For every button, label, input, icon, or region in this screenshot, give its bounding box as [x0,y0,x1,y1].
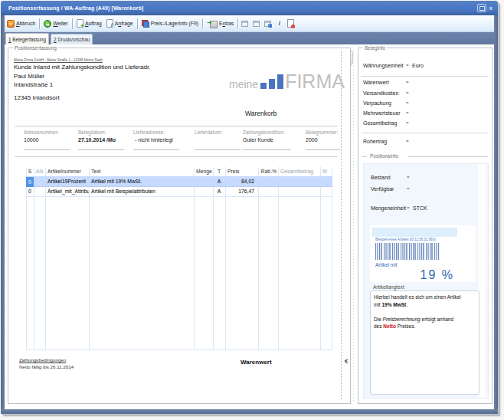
positionsinfo-group-label: Positionsinfo [368,153,400,159]
field-value-adressnummer[interactable]: 10000 [24,137,38,143]
positionsinfo-panel: Bestand= Verfügbar= Mengeneinheit=STCK B… [363,163,489,399]
field-label-lieferdatum: Lieferdatum: [195,130,222,135]
edit-window-button[interactable] [263,18,273,28]
beleginfo-group-label: Beleginfo [363,45,387,51]
recipient-city: 12345 Inlandsort [14,94,60,101]
new-document-icon [287,19,294,28]
inquiry-icon [106,19,113,28]
beleginfo-row: Gesamtbetrag= [363,120,487,127]
window-tool-button-1[interactable] [240,18,250,28]
table-row[interactable]: 0 Artikel19Prozent Artikel mit 19% MwSt.… [26,177,332,187]
restore-icon[interactable] [477,4,486,12]
beleginfo-row: Warenwert= [363,80,487,87]
article-image-preview: Beispiel eines Artikels 00:12:56:31:98.8… [370,225,476,282]
barcode-header-strip [372,228,457,237]
next-icon: ➜ [44,20,51,28]
divider [15,126,338,126]
window-icon [241,21,248,27]
beleginfo-row: Mehrwertsteuer= [363,110,487,117]
window-frame-bottom [1,409,498,414]
field-underline [306,149,340,150]
field-underline [133,149,179,150]
new-doc-button[interactable] [286,18,296,28]
positionsinfo-row: Mengeneinheit=STCK [371,205,477,212]
page-edge-dotted-line [341,51,342,400]
beleginfo-row: Rohertrag= [363,139,487,146]
preis-lagerinfo-button[interactable]: Preis-/Lagerinfo (F9) [139,17,201,30]
divider [362,133,489,133]
beleginfo-row: Verpackung= [363,100,487,107]
sender-line: Meine Firma GmbH - Meine Straße 1 - 1234… [14,58,103,62]
company-logo: meine FIRMA [229,74,347,89]
extras-button[interactable]: Extras [205,17,236,30]
document-type: Warenkorb [245,110,277,117]
positionserfassung-group: Positionserfassung Meine Firma GmbH - Me… [8,48,351,404]
field-label-zahlungskondition: Zahlungskondition: [243,130,285,135]
tab-strip: 1 Belegerfassung 2 Druckvorschau [5,32,494,44]
field-value-zahlungskondition[interactable]: Guter Kunde [243,137,273,143]
artikellangtext-label: Artikellangtext [373,284,404,290]
positionsinfo-row: Verfügbar= [371,186,477,193]
field-underline [195,149,241,150]
window-title: Positionserfassung / WA-Auftrag (A49) [W… [1,5,143,11]
positionsinfo-header: Positionsinfo [362,153,488,159]
toolbar-separator [72,18,73,29]
toolbar-separator [39,18,40,29]
logo-bars-icon [260,74,283,89]
divider [362,76,489,77]
field-label-belegdatum: Belegdatum: [78,130,106,135]
window-frame-right [494,15,498,414]
title-bar: Positionserfassung / WA-Auftrag (A49) [W… [1,1,498,15]
field-label-belegnummer: Belegnummer: [306,130,338,135]
field-value-belegdatum[interactable]: 27.10.2014 /Mo [78,137,116,143]
document-page: Meine Firma GmbH - Meine Straße 1 - 1234… [8,48,350,403]
field-underline [78,149,124,150]
info-button[interactable]: i [274,18,284,28]
toolbar: x Abbruch ➜ Weiter Auftrag Anfrage Preis… [5,15,494,32]
field-underline [243,149,291,150]
barcode-percent: 19 % [421,268,454,282]
window-icon [253,21,260,27]
cancel-icon: x [7,20,15,28]
tab-belegerfassung[interactable]: 1 Belegerfassung [5,33,49,44]
beleginfo-row: Währungseinheit=Euro [363,63,487,70]
positionsinfo-row: Bestand= [371,175,477,182]
weiter-button[interactable]: ➜ Weiter [41,17,70,30]
toolbar-separator [137,18,138,29]
edit-window-icon [264,21,271,27]
toolbar-separator [237,18,238,29]
toolbar-separator [202,18,203,29]
table-header-row: S AN Artikelnummer Text Menge T Preis Ra… [26,167,332,177]
field-underline [24,149,70,150]
close-icon[interactable]: x [489,4,493,12]
currency-symbol: € [345,358,348,365]
divider [15,156,338,157]
field-value-belegnummer[interactable]: 2000 [306,137,318,143]
order-icon [77,19,83,28]
field-label-adressnummer: Adressnummer: [24,130,59,135]
anfrage-button[interactable]: Anfrage [104,17,136,30]
window-tool-button-2[interactable] [251,18,261,28]
total-label: Warenwert [241,359,272,366]
app-window: Positionserfassung / WA-Auftrag (A49) [W… [1,1,498,414]
field-value-lieferadresse[interactable]: - nicht hinterlegt [135,137,173,143]
field-label-lieferadresse: Lieferadresse: [133,130,165,135]
barcode-caption: Beispiel eines Artikels 00:12:56:31:98.8 [375,238,436,241]
extras-icon [207,20,218,28]
positions-table[interactable]: S AN Artikelnummer Text Menge T Preis Ra… [26,167,332,350]
table-row[interactable]: 0 Artikel_mit_Attribu Artikel mit Beispi… [26,187,332,197]
splitter-dotted-line[interactable] [353,48,354,402]
barcode-label: Artikel mit [375,262,398,267]
payment-terms-text: Netto fällig bis 26.11.2014 [19,364,74,369]
payment-terms-title: Zahlungsbedingungen [19,357,66,363]
tab-druckvorschau[interactable]: 2 Druckvorschau [51,34,93,44]
artikellangtext-box[interactable]: Hierbei handelt es sich um einen Artikel… [370,290,479,395]
barcode-icon [375,243,440,260]
abbruch-button[interactable]: x Abbruch [5,17,38,30]
beleginfo-group: Beleginfo Währungseinheit=Euro Warenwert… [358,48,493,404]
recipient-address: Kunde Inland mit Zahlungskondition und L… [14,63,150,90]
info-icon: i [279,20,280,27]
price-stock-info-icon [142,20,149,28]
auftrag-button[interactable]: Auftrag [74,17,104,30]
beleginfo-row: Versandkosten= [363,90,487,97]
